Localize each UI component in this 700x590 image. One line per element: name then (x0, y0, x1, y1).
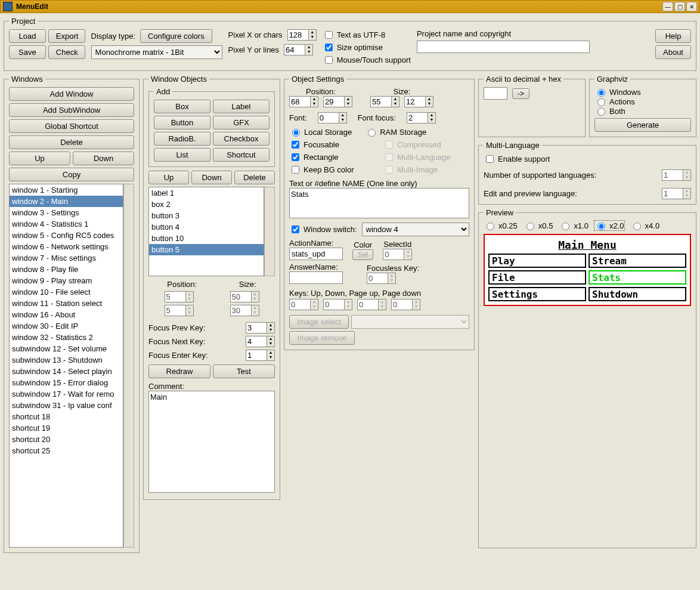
add-list-button[interactable]: List (154, 148, 210, 162)
test-button[interactable]: Test (213, 364, 275, 378)
project-name-input[interactable] (417, 41, 590, 53)
objects-list[interactable]: label 1box 2button 3button 4button 10but… (148, 187, 264, 276)
list-item[interactable]: window 3 - Settings (10, 207, 123, 218)
list-item[interactable]: shortcut 19 (10, 422, 123, 434)
focus-prev-spin[interactable]: ▲▼ (246, 322, 275, 333)
add-shortcut-button[interactable]: Shortcut (213, 148, 270, 162)
gv-windows-radio[interactable]: Windows (594, 87, 691, 97)
comment-textarea[interactable]: Main (148, 391, 275, 493)
pixel-x-spinner[interactable]: ▲▼ (287, 29, 317, 41)
redraw-button[interactable]: Redraw (148, 364, 210, 378)
text-define-textarea[interactable]: Stats (289, 188, 469, 218)
rectangle-checkbox[interactable]: Rectangle (289, 152, 376, 163)
keep-bg-checkbox[interactable]: Keep BG color (289, 164, 376, 175)
list-item[interactable]: shortcut 18 (10, 411, 123, 422)
ascii-input[interactable] (484, 87, 507, 100)
configure-colors-button[interactable]: Configure colors (140, 29, 212, 43)
font-spin[interactable]: ▲▼ (318, 112, 347, 123)
pixel-y-spinner[interactable]: ▲▼ (284, 44, 313, 55)
list-item[interactable]: window 6 - Network settings (10, 241, 123, 252)
add-gfx-button[interactable]: GFX (213, 116, 270, 129)
window-switch-select[interactable]: window 4 (362, 223, 469, 236)
text-utf8-checkbox[interactable]: Text as UTF-8 (323, 29, 411, 41)
list-item[interactable]: button 5 (149, 244, 264, 255)
list-item[interactable]: window 10 - File select (10, 286, 123, 298)
os-size-w[interactable]: ▲▼ (370, 96, 399, 107)
list-item[interactable]: subwindow 17 - Wait for remo (10, 388, 123, 400)
window-switch-checkbox[interactable]: Window switch: (289, 224, 357, 235)
list-item[interactable]: shortcut 25 (10, 445, 123, 456)
object-up-button[interactable]: Up (148, 171, 189, 184)
about-button[interactable]: About (655, 45, 691, 59)
list-item[interactable]: label 1 (149, 187, 264, 199)
list-item[interactable]: window 2 - Main (10, 196, 123, 207)
ram-storage-radio[interactable]: RAM Storage (365, 127, 426, 137)
list-item[interactable]: subwindow 12 - Set volume (10, 343, 123, 354)
list-item[interactable]: window 16 - About (10, 309, 123, 320)
focus-enter-spin[interactable]: ▲▼ (246, 350, 275, 361)
add-subwindow-button[interactable]: Add SubWindow (9, 103, 134, 117)
list-item[interactable]: window 11 - Station select (10, 298, 123, 309)
add-checkbox-button[interactable]: Checkbox (213, 132, 270, 146)
list-item[interactable]: subwindow 13 - Shutdown (10, 354, 123, 366)
list-item[interactable]: window 32 - Statistics 2 (10, 332, 123, 343)
copy-window-button[interactable]: Copy (9, 168, 134, 181)
object-down-button[interactable]: Down (191, 171, 232, 184)
help-button[interactable]: Help (655, 29, 691, 43)
add-radio-button[interactable]: RadioB. (154, 132, 210, 146)
list-item[interactable]: button 4 (149, 221, 264, 233)
objects-scrollbar[interactable] (264, 187, 275, 276)
os-pos-x[interactable]: ▲▼ (289, 96, 318, 107)
list-item[interactable]: window 4 - Statistics 1 (10, 218, 123, 230)
export-button[interactable]: Export (48, 29, 85, 43)
ascii-convert-button[interactable]: -> (512, 88, 529, 99)
focus-next-spin[interactable]: ▲▼ (246, 336, 275, 347)
global-shortcut-button[interactable]: Global Shortcut (9, 119, 134, 133)
list-item[interactable]: window 5 - Config RC5 codes (10, 230, 123, 241)
list-item[interactable]: subwindow 31 - Ip value conf (10, 400, 123, 411)
load-button[interactable]: Load (9, 29, 46, 43)
display-type-select[interactable]: Monochrome matrix - 1Bit (91, 45, 222, 59)
zoom-40-radio[interactable]: x4.0 (630, 221, 660, 230)
mouse-touch-checkbox[interactable]: Mouse/Touch support (323, 54, 411, 66)
list-item[interactable]: button 10 (149, 233, 264, 244)
generate-button[interactable]: Generate (594, 118, 691, 132)
list-item[interactable]: window 7 - Misc settings (10, 252, 123, 264)
size-optimise-checkbox[interactable]: Size optimise (323, 42, 411, 53)
window-down-button[interactable]: Down (73, 152, 134, 165)
list-item[interactable]: window 30 - Edit IP (10, 320, 123, 332)
list-item[interactable]: window 8 - Play file (10, 264, 123, 275)
font-focus-spin[interactable]: ▲▼ (407, 112, 436, 123)
list-item[interactable]: window 1 - Starting (10, 184, 123, 196)
maximize-button[interactable]: ▢ (674, 2, 685, 11)
enable-multilang-checkbox[interactable]: Enable support (484, 153, 691, 165)
local-storage-radio[interactable]: Local Storage (289, 127, 352, 137)
minimize-button[interactable]: ― (662, 2, 673, 11)
gv-both-radio[interactable]: Both (594, 106, 691, 116)
list-item[interactable]: window 9 - Play stream (10, 275, 123, 286)
windows-list[interactable]: window 1 - Startingwindow 2 - Mainwindow… (9, 184, 123, 548)
gv-actions-radio[interactable]: Actions (594, 97, 691, 106)
os-size-h[interactable]: ▲▼ (404, 96, 433, 107)
zoom-10-radio[interactable]: x1.0 (559, 221, 589, 230)
close-button[interactable]: ✕ (686, 2, 697, 11)
window-up-button[interactable]: Up (9, 152, 70, 165)
zoom-20-radio[interactable]: x2.0 (594, 221, 624, 230)
os-pos-y[interactable]: ▲▼ (323, 96, 352, 107)
list-item[interactable]: subwindow 14 - Select playin (10, 366, 123, 377)
add-window-button[interactable]: Add Window (9, 87, 134, 101)
zoom-05-radio[interactable]: x0.5 (524, 221, 553, 230)
action-name-input[interactable] (289, 248, 343, 260)
save-button[interactable]: Save (9, 45, 46, 59)
list-item[interactable]: button 3 (149, 210, 264, 221)
object-delete-button[interactable]: Delete (234, 171, 275, 184)
add-label-button[interactable]: Label (213, 100, 270, 113)
add-box-button[interactable]: Box (154, 100, 210, 113)
focusable-checkbox[interactable]: Focusable (289, 139, 376, 150)
check-button[interactable]: Check (48, 45, 85, 59)
delete-window-button[interactable]: Delete (9, 135, 134, 149)
add-button-button[interactable]: Button (154, 116, 210, 129)
list-item[interactable]: box 2 (149, 199, 264, 210)
list-item[interactable]: subwindow 15 - Error dialog (10, 377, 123, 388)
windows-scrollbar[interactable] (123, 184, 134, 548)
